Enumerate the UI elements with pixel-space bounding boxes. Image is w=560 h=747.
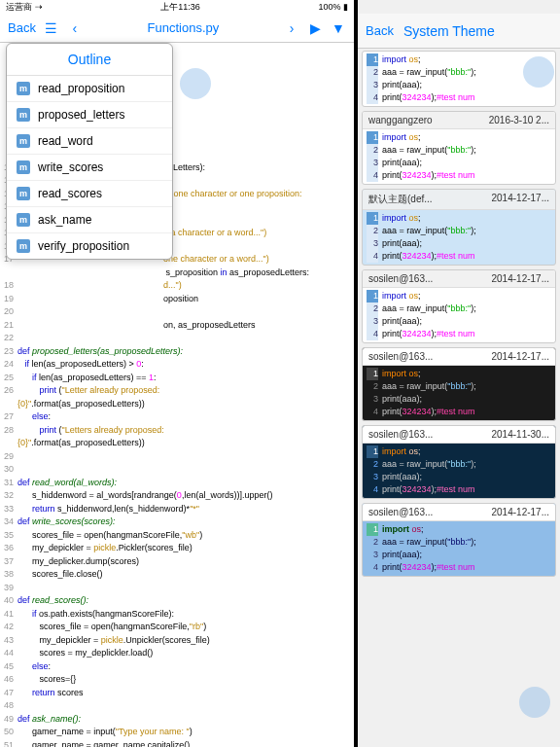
method-icon: m (17, 134, 30, 148)
outline-item-label: ask_name (38, 213, 91, 227)
status-bar: 运营商 ⇢ 上午11:36 100% ▮ (0, 0, 354, 14)
theme-date: 2014-12-17... (492, 193, 550, 206)
filename-label[interactable]: Functions.py (90, 20, 276, 35)
outline-item[interactable]: mwrite_scores (7, 155, 172, 181)
time-label: 上午11:36 (43, 1, 319, 14)
theme-card[interactable]: sosilen@163...2014-12-17...1import os;2a… (362, 503, 556, 577)
theme-card[interactable]: sosilen@163...2014-12-17...1import os;2a… (362, 269, 556, 343)
theme-user: 默认主题(def... (368, 193, 433, 206)
editor-nav-bar: Back ☰ ‹ Functions.py › ▶ ▼ (0, 14, 354, 43)
outline-item[interactable]: mread_word (7, 128, 172, 155)
right-theme-panel: Back System Theme 1import os;2aaa = raw_… (354, 0, 560, 747)
theme-card[interactable]: wanggangzero2016-3-10 2...1import os;2aa… (362, 111, 556, 185)
back-button[interactable]: Back (366, 23, 394, 38)
outline-item[interactable]: mread_scores (7, 181, 172, 207)
method-icon: m (17, 108, 30, 122)
run-icon[interactable]: ▶ (307, 20, 323, 36)
assistive-touch-icon[interactable] (523, 56, 554, 88)
theme-date: 2014-11-30... (492, 429, 550, 440)
theme-date: 2014-12-17... (492, 273, 550, 284)
back-button[interactable]: Back (8, 20, 36, 35)
theme-date: 2016-3-10 2... (489, 115, 549, 125)
outline-item[interactable]: mproposed_letters (7, 102, 172, 128)
next-icon[interactable]: › (284, 20, 299, 36)
outline-item-label: read_scores (38, 187, 102, 200)
theme-list[interactable]: 1import os;2aaa = raw_input("bbb:");3pri… (358, 49, 560, 747)
outline-item-label: verify_proposition (38, 239, 129, 253)
assistive-touch-icon[interactable] (519, 687, 550, 718)
method-icon: m (17, 213, 30, 227)
theme-user: sosilen@163... (368, 429, 433, 440)
outline-list-icon[interactable]: ☰ (44, 20, 59, 36)
method-icon: m (17, 82, 30, 95)
prev-icon[interactable]: ‹ (67, 20, 83, 36)
theme-user: wanggangzero (368, 115, 433, 125)
method-icon: m (17, 187, 30, 200)
outline-item[interactable]: mread_proposition (7, 76, 172, 102)
outline-item-label: read_word (38, 134, 93, 148)
outline-item[interactable]: mask_name (7, 207, 172, 233)
theme-date: 2014-12-17... (492, 351, 550, 362)
outline-item-label: proposed_letters (38, 108, 124, 122)
theme-user: sosilen@163... (368, 507, 433, 517)
battery-label: 100% ▮ (318, 2, 348, 12)
outline-popup: Outline mread_propositionmproposed_lette… (6, 43, 173, 260)
outline-item-label: write_scores (38, 160, 103, 174)
outline-item-label: read_proposition (38, 82, 124, 95)
outline-title: Outline (7, 44, 172, 76)
theme-user: sosilen@163... (368, 351, 433, 362)
status-bar-right (358, 0, 560, 14)
left-editor-panel: 运营商 ⇢ 上午11:36 100% ▮ Back ☰ ‹ Functions.… (0, 0, 354, 747)
method-icon: m (17, 239, 30, 253)
dropdown-icon[interactable]: ▼ (331, 20, 346, 36)
theme-card[interactable]: sosilen@163...2014-12-17...1import os;2a… (362, 347, 556, 421)
page-title: System Theme (403, 23, 495, 39)
theme-user: sosilen@163... (368, 273, 433, 284)
theme-card[interactable]: 默认主题(def...2014-12-17...1import os;2aaa … (362, 189, 556, 266)
theme-date: 2014-12-17... (492, 507, 550, 517)
outline-item[interactable]: mverify_proposition (7, 233, 172, 259)
method-icon: m (17, 160, 30, 174)
theme-card[interactable]: sosilen@163...2014-11-30...1import os;2a… (362, 425, 556, 499)
assistive-touch-icon[interactable] (180, 68, 211, 99)
carrier-label: 运营商 ⇢ (6, 1, 43, 14)
theme-nav-bar: Back System Theme (358, 14, 560, 49)
